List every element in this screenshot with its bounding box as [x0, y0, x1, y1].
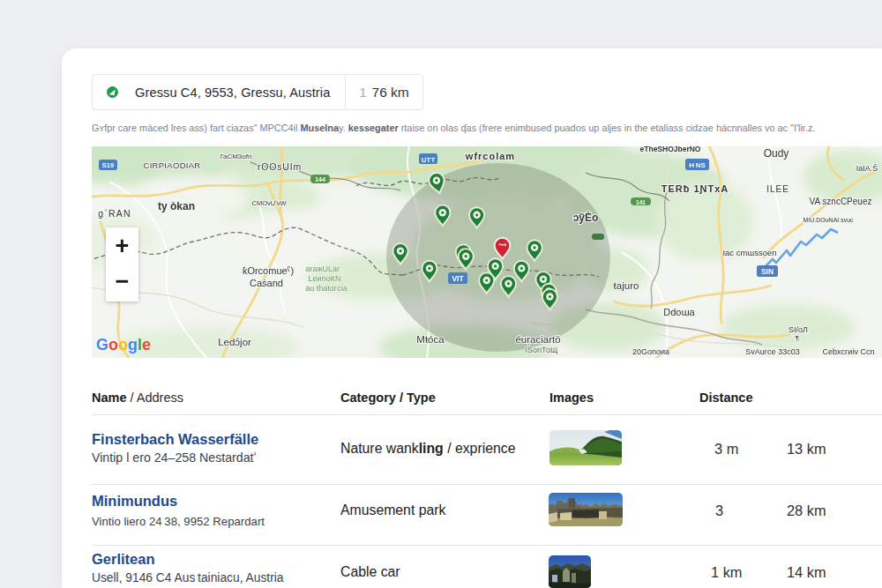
svg-text:SvAuгce 33c03: SvAuгce 33c03 [745, 347, 799, 356]
svg-text:Cebxcгиiv Ccn: Cebxcгиiv Ccn [823, 347, 875, 356]
svg-text:144: 144 [315, 176, 325, 182]
svg-text:CMOvUʹvW: CMOvUʹvW [252, 199, 288, 207]
svg-text:S19: S19 [102, 161, 114, 169]
svg-text:H NS: H NS [689, 161, 706, 169]
svg-text:ILEE: ILEE [766, 184, 789, 194]
svg-text:IaIA.Š: IaIA.Š [856, 164, 878, 173]
svg-text:ІЅоnТоЩ: ІЅоnТоЩ [526, 346, 558, 354]
svg-text:Iac cmɯssoen: Iac cmɯssoen [722, 248, 776, 257]
svg-text:7aCM3ofn: 7aCM3ofn [220, 153, 252, 160]
svg-text:wfrcolam: wfrcolam [465, 151, 515, 161]
svg-text:UTT: UTT [422, 156, 436, 164]
svg-text:141: 141 [636, 199, 646, 205]
svg-text:ty òkan: ty òkan [158, 200, 195, 212]
svg-text:araжULaг: araжULaг [306, 264, 341, 273]
svg-text:MIU.DOuNAI svuc: MIU.DOuNAI svuc [803, 217, 854, 223]
svg-text:20Gonoиa: 20Gonoиa [632, 347, 669, 356]
svg-text:Oudy: Oudy [764, 147, 789, 160]
svg-text:VA szncCPeuez: VA szncCPeuez [810, 197, 872, 206]
svg-text:Mŧóca: Mŧóca [416, 334, 445, 345]
svg-text:ŧajuro: ŧajuro [614, 280, 639, 291]
svg-text:CIRPIAODIAR: CIRPIAODIAR [143, 160, 200, 170]
svg-text:gʾRAN: gʾRAN [98, 208, 131, 219]
svg-text:Ledɔ̌jor: Ledɔ̌jor [218, 337, 251, 347]
svg-text:Ddoɯa: Ddoɯa [663, 307, 695, 317]
svg-text:SIN: SIN [761, 267, 774, 276]
svg-text:Caṡand: Caṡand [250, 278, 283, 288]
svg-text:au thatoгcia: au thatoгcia [305, 284, 347, 293]
svg-text:ЅІ/оЛ: ЅІ/оЛ [789, 325, 808, 334]
svg-text:TERƀ 1ƝTxA: TERƀ 1ƝTxA [662, 183, 729, 194]
svg-text:VIT: VIT [452, 274, 464, 283]
svg-text:ƙOrcomueˁ): ƙOrcomueˁ) [243, 265, 294, 276]
svg-text:LeиnoКN: LeиnoКN [309, 274, 341, 283]
svg-text:éuṛaciаrtö: éuṛaciаrtö [515, 334, 560, 345]
svg-text:¶: ¶ [796, 334, 799, 342]
svg-text:rOOsUIm: rOOsUIm [258, 161, 302, 172]
svg-text:ɔỹĖo: ɔỹĖo [573, 211, 599, 224]
svg-text:eTheSHOJberNO: eTheSHOJberNO [640, 146, 701, 153]
